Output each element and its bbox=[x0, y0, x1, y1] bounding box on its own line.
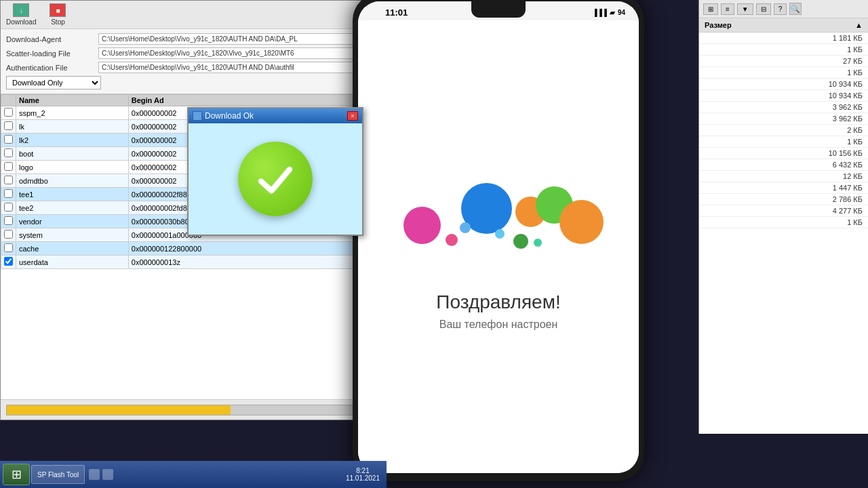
col-name: Name bbox=[16, 95, 129, 106]
row-checkbox[interactable] bbox=[4, 162, 13, 171]
dialog-title-row: Download Ok bbox=[193, 111, 254, 121]
congratulations-text: Поздравляем! bbox=[436, 291, 560, 313]
row-name: cache bbox=[16, 242, 129, 256]
list-item: 10 934 КБ bbox=[699, 79, 868, 90]
row-checkbox[interactable] bbox=[4, 121, 13, 130]
clock-time: 8:21 bbox=[346, 467, 380, 474]
start-button[interactable]: ⊞ bbox=[3, 464, 30, 485]
bubble bbox=[559, 200, 604, 244]
taskbar: ⊞ SP Flash Tool 8:21 11.01.2021 bbox=[0, 461, 387, 488]
row-checkbox[interactable] bbox=[4, 216, 13, 225]
scatter-row: Scatter-loading File C:\Users\Home\Deskt… bbox=[6, 47, 380, 59]
phone-content: Поздравляем! Ваш телефон настроен bbox=[358, 20, 639, 473]
battery-icon: ▰ bbox=[610, 9, 615, 16]
clock-date: 11.01.2021 bbox=[346, 474, 380, 482]
desktop: 5 ↓ Download ■ Stop Download-Agent C:\Us… bbox=[0, 0, 868, 488]
stop-button[interactable]: ■ Stop bbox=[50, 3, 66, 26]
auth-row: Authentication File C:\Users\Home\Deskto… bbox=[6, 62, 380, 73]
scroll-up-icon[interactable]: ▲ bbox=[855, 21, 863, 29]
progress-bar bbox=[6, 405, 380, 415]
list-item: 4 277 КБ bbox=[699, 205, 868, 217]
table-row: userdata 0x000000013z bbox=[1, 256, 386, 269]
phone-time: 11:01 bbox=[385, 7, 408, 18]
progress-bar-fill bbox=[7, 405, 231, 415]
row-checkbox[interactable] bbox=[4, 203, 13, 211]
dialog-close-button[interactable]: × bbox=[347, 111, 358, 121]
list-item: 3 962 КБ bbox=[699, 113, 868, 125]
layout-button[interactable]: ⊟ bbox=[756, 3, 771, 15]
auth-label: Authentication File bbox=[6, 64, 94, 72]
row-name: odmdtbo bbox=[16, 174, 129, 188]
bubble bbox=[495, 229, 505, 239]
row-checkbox[interactable] bbox=[4, 257, 13, 266]
bubble bbox=[446, 234, 458, 246]
row-name: lk2 bbox=[16, 134, 129, 147]
tray-icon-sound bbox=[102, 469, 113, 480]
row-checkbox[interactable] bbox=[4, 243, 13, 252]
download-ok-dialog: Download Ok × bbox=[187, 107, 363, 236]
download-mode-dropdown[interactable]: Download Only Firmware Upgrade Format Al… bbox=[6, 76, 101, 89]
row-name: userdata bbox=[16, 256, 129, 269]
row-checkbox[interactable] bbox=[4, 230, 13, 239]
config-area: Download-Agent C:\Users\Home\Desktop\Viv… bbox=[1, 29, 386, 94]
list-item: 1 447 КБ bbox=[699, 182, 868, 194]
bubbles-container bbox=[397, 163, 600, 271]
row-name: lk bbox=[16, 120, 129, 134]
search-button[interactable]: 🔍 bbox=[789, 3, 802, 15]
download-button[interactable]: ↓ Download bbox=[6, 3, 36, 26]
checkmark-circle bbox=[238, 142, 313, 216]
row-checkbox[interactable] bbox=[4, 108, 13, 117]
row-checkbox[interactable] bbox=[4, 148, 13, 157]
download-icon: ↓ bbox=[13, 3, 29, 17]
tray-icons bbox=[86, 469, 116, 480]
row-name: tee2 bbox=[16, 201, 129, 215]
bubble bbox=[534, 239, 542, 247]
list-item: 2 КБ bbox=[699, 125, 868, 136]
dialog-titlebar: Download Ok × bbox=[189, 108, 362, 123]
dialog-title-text: Download Ok bbox=[205, 111, 254, 121]
stop-icon: ■ bbox=[50, 3, 66, 17]
grid-view-button[interactable]: ⊞ bbox=[703, 3, 718, 15]
size-column-header: Размер ▲ bbox=[699, 18, 868, 33]
progress-area bbox=[1, 399, 386, 420]
list-item: 10 934 КБ bbox=[699, 90, 868, 102]
phone-container: 11:01 ▐▐▐ ▰ 94 bbox=[332, 0, 665, 488]
list-item: 1 КБ bbox=[699, 217, 868, 228]
row-checkbox[interactable] bbox=[4, 135, 13, 144]
list-item: 1 181 КБ bbox=[699, 33, 868, 44]
phone-screen: 11:01 ▐▐▐ ▰ 94 bbox=[358, 1, 639, 473]
size-list: 1 181 КБ 1 КБ 27 КБ 1 КБ 10 934 КБ 10 93… bbox=[699, 33, 868, 434]
row-name: boot bbox=[16, 147, 129, 161]
taskbar-program-item[interactable]: SP Flash Tool bbox=[31, 465, 85, 484]
options-row: Download Only Firmware Upgrade Format Al… bbox=[6, 76, 380, 89]
col-check bbox=[1, 95, 16, 106]
scatter-label: Scatter-loading File bbox=[6, 49, 94, 58]
list-item: 3 962 КБ bbox=[699, 102, 868, 113]
row-checkbox[interactable] bbox=[4, 176, 13, 184]
right-toolbar: ⊞ ≡ ▼ ⊟ ? 🔍 bbox=[699, 0, 868, 18]
download-agent-label: Download-Agent bbox=[6, 35, 94, 43]
dialog-icon bbox=[193, 111, 202, 121]
list-view-button[interactable]: ≡ bbox=[721, 3, 734, 15]
battery-level: 94 bbox=[618, 9, 625, 16]
row-checkbox[interactable] bbox=[4, 189, 13, 198]
sub-text: Ваш телефон настроен bbox=[439, 319, 558, 331]
download-agent-row: Download-Agent C:\Users\Home\Desktop\Viv… bbox=[6, 33, 380, 45]
signal-icon: ▐▐▐ bbox=[593, 9, 607, 16]
help-button[interactable]: ? bbox=[774, 3, 787, 15]
list-item: 1 КБ bbox=[699, 44, 868, 56]
phone-body: 11:01 ▐▐▐ ▰ 94 bbox=[353, 0, 644, 481]
phone-notch bbox=[471, 1, 526, 18]
tray-icon-signal bbox=[89, 469, 100, 480]
details-button[interactable]: ▼ bbox=[737, 3, 753, 15]
list-item: 12 КБ bbox=[699, 171, 868, 182]
row-name: sspm_2 bbox=[16, 106, 129, 120]
list-item: 27 КБ bbox=[699, 56, 868, 67]
list-item: 1 КБ bbox=[699, 136, 868, 148]
right-panel: ⊞ ≡ ▼ ⊟ ? 🔍 Размер ▲ 1 181 КБ 1 КБ 27 КБ… bbox=[698, 0, 868, 434]
row-name: tee1 bbox=[16, 188, 129, 201]
row-name: logo bbox=[16, 161, 129, 174]
bubble bbox=[513, 234, 528, 249]
list-item: 6 432 КБ bbox=[699, 159, 868, 171]
list-item: 2 786 КБ bbox=[699, 194, 868, 205]
